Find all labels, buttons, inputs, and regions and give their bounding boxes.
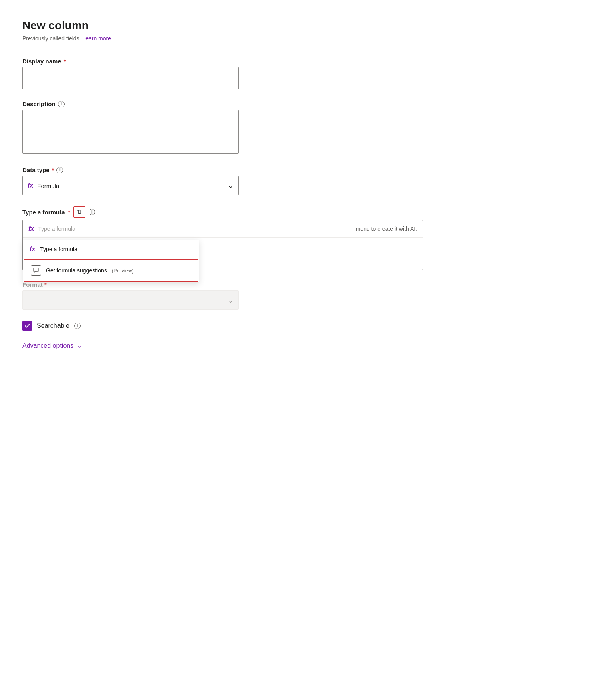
data-type-value: Formula (37, 182, 59, 189)
display-name-input[interactable] (22, 67, 239, 89)
description-label: Description i (22, 101, 573, 107)
format-select: ⌄ (22, 290, 239, 310)
description-field-group: Description i (22, 101, 573, 155)
dropdown-type-formula-label: Type a formula (40, 246, 77, 252)
formula-field-group: Type a formula * ⇅ i fx Type a formula m… (22, 206, 573, 270)
searchable-row: Searchable i (22, 321, 573, 331)
data-type-label: Data type * i (22, 167, 573, 173)
learn-more-link[interactable]: Learn more (82, 35, 111, 42)
display-name-required: * (64, 58, 66, 65)
advanced-options-label: Advanced options (22, 342, 73, 349)
chat-icon-box (31, 265, 41, 276)
svg-rect-0 (34, 268, 38, 272)
formula-info-icon[interactable]: i (89, 209, 95, 215)
advanced-options-chevron-icon: ⌄ (77, 342, 82, 349)
dropdown-preview-badge: (Preview) (112, 268, 134, 274)
data-type-select[interactable]: fx Formula ⌄ (22, 176, 239, 195)
display-name-field-group: Display name * (22, 58, 573, 89)
formula-expand-button[interactable]: ⇅ (73, 206, 85, 218)
page-title: New column (22, 19, 573, 32)
formula-fx-icon: fx (28, 225, 34, 232)
fx-icon: fx (28, 182, 33, 189)
format-chevron-icon: ⌄ (228, 296, 234, 305)
formula-label-row: Type a formula * ⇅ i (22, 206, 573, 218)
searchable-label: Searchable (37, 322, 69, 329)
display-name-label: Display name * (22, 58, 573, 65)
formula-hint-text: menu to create it with AI. (356, 226, 417, 232)
dropdown-suggestions-label: Get formula suggestions (46, 267, 107, 274)
format-field-group: Format * ⌄ (22, 281, 573, 310)
searchable-checkbox[interactable] (22, 321, 32, 331)
formula-dropdown: fx Type a formula Get formula suggestion… (23, 240, 199, 283)
data-type-select-wrapper: fx Formula ⌄ (22, 176, 239, 195)
advanced-options-row[interactable]: Advanced options ⌄ (22, 342, 573, 349)
chat-icon (33, 268, 39, 273)
formula-container: fx Type a formula menu to create it with… (22, 220, 423, 270)
checkmark-icon (24, 323, 30, 329)
searchable-info-icon[interactable]: i (74, 323, 81, 329)
formula-dropdown-item-type[interactable]: fx Type a formula (23, 240, 199, 258)
description-info-icon[interactable]: i (58, 101, 65, 107)
formula-label: Type a formula (22, 209, 65, 216)
data-type-required: * (52, 167, 54, 173)
dropdown-fx-icon: fx (30, 246, 35, 253)
data-type-field-group: Data type * i fx Formula ⌄ (22, 167, 573, 195)
formula-input-row: fx Type a formula menu to create it with… (23, 220, 423, 238)
data-type-info-icon[interactable]: i (56, 167, 63, 173)
page-subtitle: Previously called fields. Learn more (22, 35, 573, 42)
formula-dropdown-item-suggestions[interactable]: Get formula suggestions (Preview) (24, 259, 198, 282)
formula-required: * (68, 209, 71, 216)
description-input[interactable] (22, 110, 239, 154)
data-type-chevron-icon: ⌄ (228, 181, 234, 190)
formula-placeholder-text: Type a formula (38, 226, 351, 232)
